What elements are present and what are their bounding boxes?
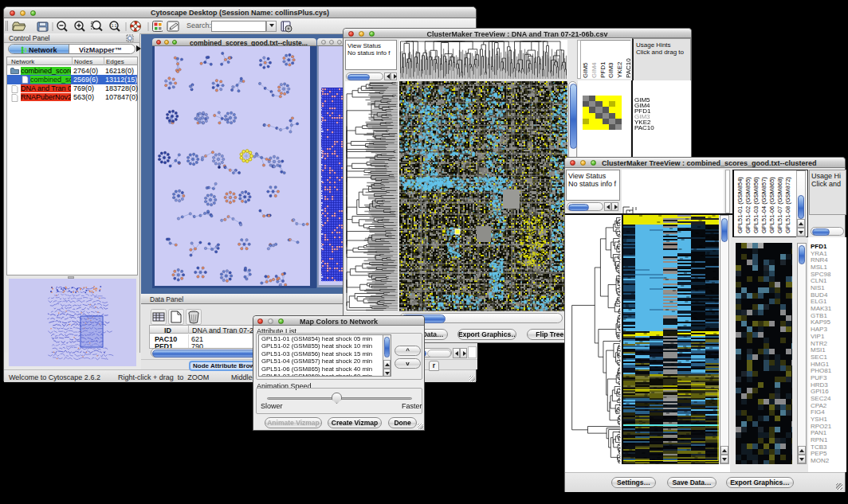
svg-text:1:1: 1:1 xyxy=(112,23,117,28)
